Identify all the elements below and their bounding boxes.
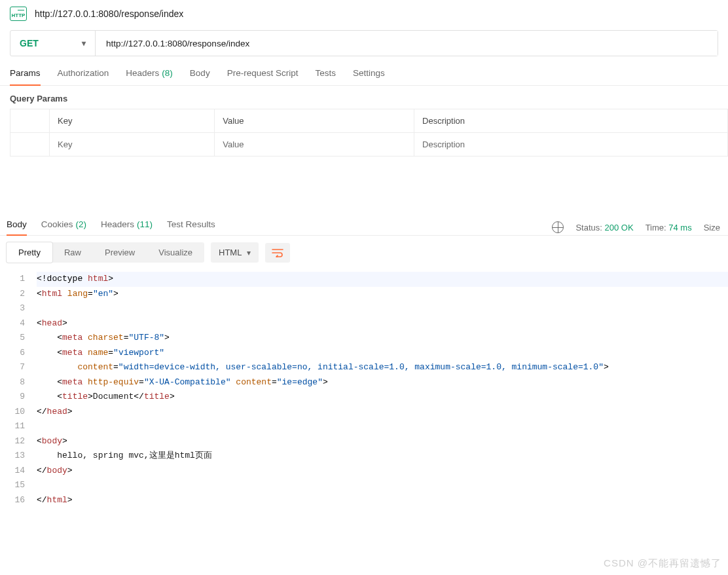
resp-tab-body[interactable]: Body: [7, 219, 27, 236]
col-key: Key: [50, 109, 215, 133]
code-line: 14</body>: [0, 464, 728, 479]
resp-cookies-count: (2): [76, 219, 87, 230]
code-line: 1<!doctype html>: [0, 272, 728, 287]
code-line: 16</html>: [0, 493, 728, 508]
wrap-icon: [272, 248, 283, 257]
view-preview[interactable]: Preview: [93, 242, 147, 263]
resp-headers-count: (11): [137, 219, 153, 230]
code-line: 4<head>: [0, 316, 728, 331]
tab-prerequest[interactable]: Pre-request Script: [227, 68, 299, 85]
status-value: 200 OK: [605, 223, 634, 232]
tab-headers[interactable]: Headers (8): [126, 68, 173, 85]
method-select[interactable]: GET ▾: [10, 31, 96, 56]
code-line: 10</head>: [0, 405, 728, 420]
size-meta: Size: [704, 223, 720, 232]
code-line: 15: [0, 478, 728, 493]
code-line: 2<html lang="en">: [0, 287, 728, 302]
wrap-lines-button[interactable]: [265, 243, 290, 263]
language-select[interactable]: HTML ▾: [211, 242, 259, 263]
key-cell[interactable]: Key: [50, 133, 215, 157]
query-params-table: Key Value Description Key Value Descript…: [10, 109, 728, 157]
col-value: Value: [215, 109, 414, 133]
value-cell[interactable]: Value: [215, 133, 414, 157]
language-label: HTML: [219, 248, 242, 257]
code-line: 11: [0, 419, 728, 434]
status-label: Status:: [575, 223, 602, 232]
description-cell[interactable]: Description: [414, 133, 728, 157]
row-checkbox[interactable]: [10, 133, 50, 157]
response-header: Body Cookies (2) Headers (11) Test Resul…: [0, 215, 728, 236]
tab-tests[interactable]: Tests: [315, 68, 336, 85]
tab-headers-label: Headers: [126, 68, 159, 79]
code-line: 12<body>: [0, 434, 728, 449]
view-visualize[interactable]: Visualize: [147, 242, 204, 263]
resp-cookies-label: Cookies: [41, 219, 73, 230]
http-icon: HTTP: [10, 7, 27, 21]
resp-tab-testresults[interactable]: Test Results: [167, 219, 215, 235]
col-description: Description: [414, 109, 728, 133]
status-meta: Status: 200 OK: [575, 223, 633, 232]
response-tabs: Body Cookies (2) Headers (11) Test Resul…: [7, 219, 215, 235]
time-value: 74 ms: [668, 223, 691, 232]
tab-settings[interactable]: Settings: [353, 68, 385, 85]
resp-tab-headers[interactable]: Headers (11): [101, 219, 153, 235]
response-toolbar: Pretty Raw Preview Visualize HTML ▾: [0, 236, 728, 269]
chevron-down-icon: ▾: [82, 39, 86, 48]
resp-headers-label: Headers: [101, 219, 134, 230]
request-bar: GET ▾: [10, 30, 718, 56]
code-line: 8 <meta http-equiv="X-UA-Compatible" con…: [0, 375, 728, 390]
code-line: 5 <meta charset="UTF-8">: [0, 331, 728, 346]
view-raw[interactable]: Raw: [52, 242, 93, 263]
param-row[interactable]: Key Value Description: [10, 133, 728, 157]
view-mode-group: Pretty Raw Preview Visualize: [7, 242, 204, 263]
request-tabs: Params Authorization Headers (8) Body Pr…: [0, 56, 728, 86]
response-meta: Status: 200 OK Time: 74 ms Size: [552, 221, 720, 233]
globe-icon[interactable]: [552, 221, 564, 233]
checkbox-header: [10, 109, 50, 133]
method-label: GET: [20, 38, 39, 48]
tab-title: http://127.0.0.1:8080/response/index: [35, 9, 183, 19]
time-meta: Time: 74 ms: [646, 223, 692, 232]
tab-body[interactable]: Body: [190, 68, 210, 85]
query-params-title: Query Params: [0, 86, 728, 109]
time-label: Time:: [646, 223, 666, 232]
response-body-code[interactable]: 1<!doctype html>2<html lang="en">34<head…: [0, 269, 728, 521]
tab-params[interactable]: Params: [10, 68, 41, 86]
code-line: 13 hello, spring mvc,这里是html页面: [0, 449, 728, 464]
code-line: 9 <title>Document</title>: [0, 390, 728, 405]
code-line: 6 <meta name="viewport": [0, 346, 728, 361]
code-line: 7 content="width=device-width, user-scal…: [0, 360, 728, 375]
request-header: HTTP http://127.0.0.1:8080/response/inde…: [0, 0, 728, 30]
chevron-down-icon: ▾: [247, 248, 251, 257]
view-pretty[interactable]: Pretty: [7, 242, 52, 263]
resp-tab-cookies[interactable]: Cookies (2): [41, 219, 86, 235]
tab-authorization[interactable]: Authorization: [58, 68, 109, 85]
headers-count: (8): [162, 68, 173, 79]
url-input[interactable]: [96, 31, 718, 56]
code-line: 3: [0, 301, 728, 316]
